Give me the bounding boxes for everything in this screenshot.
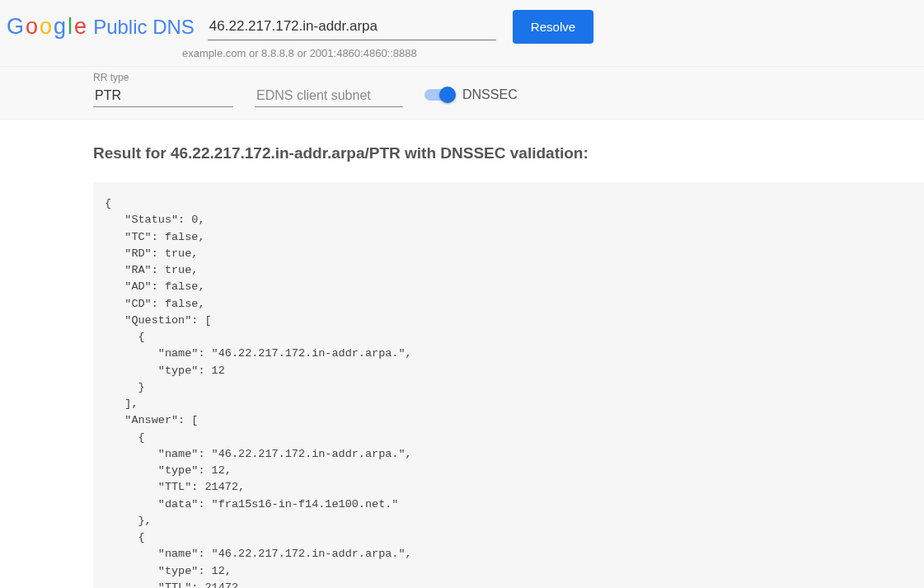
product-name[interactable]: Public DNS: [93, 16, 195, 39]
resolve-button[interactable]: Resolve: [513, 10, 593, 44]
google-logo: Google: [7, 14, 87, 40]
dnssec-label: DNSSEC: [462, 87, 518, 102]
options-bar: RR type DNSSEC: [0, 67, 924, 120]
content-area: Result for 46.22.217.172.in-addr.arpa/PT…: [0, 120, 924, 588]
dnssec-toggle[interactable]: [424, 89, 454, 101]
domain-input[interactable]: [208, 13, 496, 40]
header-bar: Google Public DNS Resolve example.com or…: [0, 0, 924, 67]
edns-input[interactable]: [255, 85, 403, 107]
rr-type-label: RR type: [93, 72, 233, 83]
result-json: { "Status": 0, "TC": false, "RD": true, …: [93, 182, 924, 588]
toggle-knob-icon: [439, 87, 456, 103]
domain-hint: example.com or 8.8.8.8 or 2001:4860:4860…: [182, 47, 924, 59]
result-heading: Result for 46.22.217.172.in-addr.arpa/PT…: [93, 144, 924, 162]
rr-type-input[interactable]: [93, 85, 233, 107]
